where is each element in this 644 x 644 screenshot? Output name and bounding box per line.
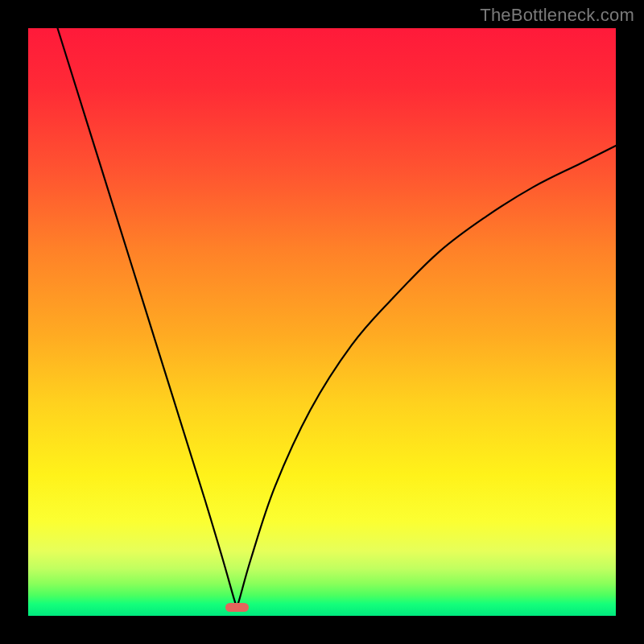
- watermark-text: TheBottleneck.com: [480, 5, 634, 26]
- bottleneck-curve: [28, 28, 616, 616]
- chart-frame: TheBottleneck.com: [0, 0, 644, 644]
- min-marker: [225, 603, 249, 612]
- plot-area: [28, 28, 616, 616]
